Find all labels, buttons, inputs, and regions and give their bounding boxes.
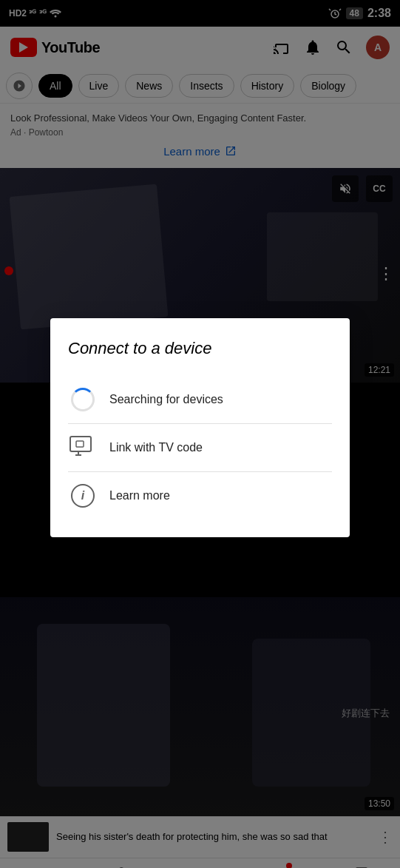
tv-code-item[interactable]: Link with TV code xyxy=(68,424,332,471)
svg-rect-2 xyxy=(70,437,91,451)
info-icon-container: i xyxy=(68,481,98,511)
tv-code-text: Link with TV code xyxy=(109,441,203,454)
tv-icon-container xyxy=(68,433,98,462)
dialog-title: Connect to a device xyxy=(68,339,332,358)
connect-device-dialog: Connect to a device Searching for device… xyxy=(50,318,350,537)
searching-text: Searching for devices xyxy=(109,393,223,406)
spinner-icon xyxy=(71,388,95,411)
svg-rect-3 xyxy=(76,441,84,447)
learn-more-item[interactable]: i Learn more xyxy=(68,472,332,519)
tv-code-icon xyxy=(70,436,96,460)
spinner-icon-container xyxy=(68,385,98,414)
info-icon: i xyxy=(71,484,95,508)
searching-item[interactable]: Searching for devices xyxy=(68,376,332,423)
learn-more-text: Learn more xyxy=(109,489,170,502)
